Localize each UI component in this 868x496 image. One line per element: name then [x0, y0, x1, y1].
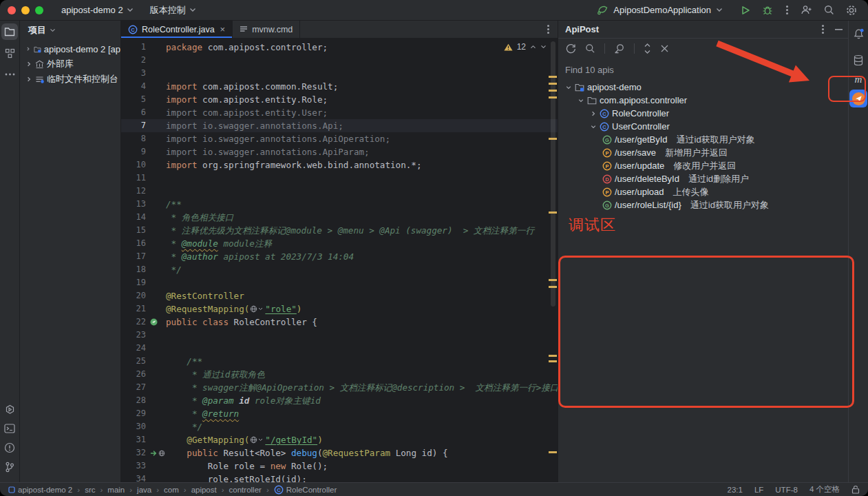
services-toolwindow-button[interactable]	[1, 401, 18, 417]
api-endpoint-row[interactable]: P/user/update修改用户并返回	[558, 159, 848, 172]
svg-text:G: G	[605, 136, 609, 143]
warning-stripe-mark[interactable]	[549, 76, 557, 78]
warning-stripe-mark[interactable]	[549, 355, 557, 357]
gutter	[149, 420, 166, 433]
code-editor[interactable]: 1package com.apipost.controller;234impor…	[121, 39, 558, 482]
collapse-all-icon[interactable]	[660, 44, 669, 53]
plane-glyph	[855, 95, 862, 103]
code-line: 30 */	[121, 420, 558, 433]
git-toolwindow-button[interactable]	[1, 459, 18, 475]
breadcrumb-item[interactable]: src	[85, 486, 95, 494]
next-warning-icon[interactable]	[540, 45, 547, 49]
warning-stripe-mark[interactable]	[549, 211, 557, 214]
api-endpoint-row[interactable]: P/user/upload上传头像	[558, 185, 848, 198]
breadcrumb-item[interactable]: apipost	[191, 486, 217, 494]
terminal-toolwindow-button[interactable]	[1, 420, 18, 437]
warning-stripe-mark[interactable]	[549, 96, 557, 99]
inspection-widget[interactable]: 12	[504, 42, 547, 52]
warning-stripe-mark[interactable]	[549, 360, 557, 362]
run-services-icon	[4, 404, 16, 415]
project-tree-item[interactable]: 外部库	[20, 56, 120, 72]
project-tree-item[interactable]: apipost-demo 2 [ap	[20, 41, 120, 56]
code-text: @RequestMapping("role")	[166, 302, 301, 316]
code-line: 24	[121, 342, 558, 355]
api-endpoint-row[interactable]: D/user/deleteById通过id删除用户	[558, 172, 848, 185]
warning-stripe-mark[interactable]	[549, 83, 557, 85]
arrow-gutter-icon[interactable]	[149, 446, 166, 459]
expand-all-icon[interactable]	[644, 43, 651, 54]
api-tree-node[interactable]: apipost-demo	[558, 81, 848, 94]
close-window-button[interactable]	[8, 6, 16, 14]
breadcrumb-item[interactable]: main	[107, 486, 125, 494]
problems-toolwindow-button[interactable]	[1, 440, 18, 456]
breadcrumb-item[interactable]: CRoleController	[274, 485, 337, 495]
line-number: 4	[121, 80, 149, 93]
locate-icon[interactable]	[614, 43, 625, 54]
api-endpoint-row[interactable]: P/user/save新增用户并返回	[558, 146, 848, 159]
api-tree-node[interactable]: CRoleController	[558, 107, 848, 120]
lock-button[interactable]	[851, 485, 860, 494]
api-tree-node[interactable]: com.apipost.controller	[558, 94, 848, 107]
close-tab-icon[interactable]: ×	[220, 24, 226, 34]
status-item[interactable]: 23:1	[728, 486, 743, 494]
editor-tab-mvnw.cmd[interactable]: mvnw.cmd	[233, 21, 300, 38]
url-inlay-globe-icon[interactable]	[250, 436, 263, 444]
editor-tab-RoleController.java[interactable]: CRoleController.java×	[121, 21, 233, 38]
project-tree-item[interactable]: 临时文件和控制台	[20, 72, 120, 87]
refresh-icon[interactable]	[566, 43, 576, 54]
status-item[interactable]: 4 个空格	[809, 484, 840, 495]
vcs-menu[interactable]: 版本控制	[150, 4, 196, 17]
bean-gutter-icon[interactable]	[149, 316, 166, 329]
more-toolwindows-button[interactable]	[1, 66, 18, 83]
project-switcher[interactable]: apipost-demo 2	[61, 5, 134, 15]
breadcrumb-item[interactable]: java	[137, 486, 151, 494]
gutter	[149, 67, 166, 80]
more-actions-menu[interactable]	[785, 4, 790, 16]
code-line: 7import io.swagger.annotations.Api;	[121, 119, 558, 132]
notifications-button[interactable]	[849, 24, 868, 43]
api-endpoint-row[interactable]: G/user/roleList/{id}通过id获取用户对象	[558, 198, 848, 211]
maven-toolwindow-button[interactable]: m	[849, 70, 868, 89]
database-toolwindow-button[interactable]	[849, 50, 868, 70]
minimize-window-button[interactable]	[21, 6, 30, 14]
warning-stripe-mark[interactable]	[549, 138, 557, 140]
search-icon[interactable]	[585, 43, 595, 54]
code-line: 33 Role role = new Role();	[121, 459, 558, 473]
breadcrumb-item[interactable]: controller	[229, 486, 262, 494]
status-item[interactable]: UTF-8	[775, 486, 798, 494]
warning-stripe-mark[interactable]	[549, 451, 557, 453]
warning-stripe-mark[interactable]	[549, 279, 557, 281]
warning-stripe-mark[interactable]	[549, 286, 557, 288]
project-panel-header[interactable]: 项目	[20, 21, 120, 40]
git-branch-icon	[5, 462, 14, 473]
apipost-plugin-button[interactable]	[849, 89, 868, 108]
breadcrumb-separator: ›	[184, 486, 187, 494]
api-endpoint-row[interactable]: G/user/getById通过id获取用户对象	[558, 133, 848, 146]
warning-stripe-mark[interactable]	[549, 90, 557, 92]
apipost-panel-title: ApiPost	[565, 24, 599, 34]
apipost-plugin-icon	[849, 90, 867, 107]
project-toolwindow-button[interactable]	[1, 23, 18, 40]
zoom-window-button[interactable]	[35, 6, 43, 14]
status-item[interactable]: LF	[754, 486, 763, 494]
settings-gear-icon[interactable]	[846, 5, 857, 16]
editor-scrollbar[interactable]	[551, 41, 555, 307]
run-configuration-select[interactable]: ApipostDemoApplication	[597, 5, 723, 15]
search-everywhere-icon[interactable]	[824, 5, 834, 15]
structure-toolwindow-button[interactable]	[1, 45, 18, 61]
run-button[interactable]	[741, 6, 750, 15]
code-with-me-icon[interactable]	[801, 5, 812, 15]
breadcrumb-item[interactable]: com	[164, 486, 179, 494]
api-tree-node[interactable]: CUserController	[558, 120, 848, 133]
svg-text:P: P	[605, 163, 608, 169]
tab-options-menu[interactable]	[546, 23, 551, 35]
code-text: Role role = new Role();	[166, 459, 328, 473]
url-inlay-globe-icon[interactable]	[250, 305, 263, 313]
debug-button[interactable]	[762, 5, 773, 15]
panel-options-menu[interactable]	[821, 23, 825, 35]
hide-panel-icon[interactable]	[835, 29, 843, 30]
prev-warning-icon[interactable]	[530, 45, 536, 49]
ellipsis-icon	[5, 73, 15, 76]
endpoint-path: /user/roleList/{id}	[615, 200, 681, 210]
breadcrumb-item[interactable]: apipost-demo 2	[8, 486, 72, 494]
